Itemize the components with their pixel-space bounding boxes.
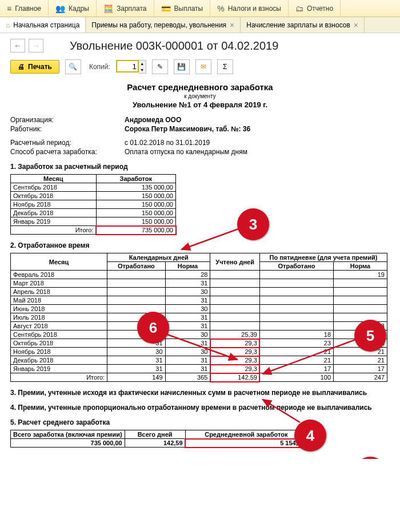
- table-total-row: Итого: 149 365 142,59 100 247: [11, 373, 387, 382]
- table-row: Сентябрь 2018135 000,00: [11, 183, 176, 192]
- copies-label: Копий:: [89, 63, 110, 71]
- chevron-up-icon[interactable]: ▲: [139, 61, 146, 67]
- emp-value: Сорока Петр Максимович, таб. №: 36: [125, 125, 250, 133]
- org-label: Организация:: [10, 116, 125, 124]
- table-row: Август 20183123: [11, 322, 387, 331]
- copies-spinner[interactable]: ▲ ▼: [139, 60, 146, 74]
- menu-taxes[interactable]: % Налоги и взносы: [210, 0, 289, 17]
- org-value: Андромеда ООО: [125, 116, 181, 124]
- preview-button[interactable]: 🔍: [65, 59, 81, 74]
- main-menu-bar: ≡ Главное 👥 Кадры 🧮 Зарплата 💳 Выплаты %…: [0, 0, 400, 17]
- section3-text: 3. Премии, учтенные исходя из фактически…: [10, 389, 390, 397]
- counted-total-cell: 142,59: [210, 373, 259, 382]
- earnings-total-cell: 735 000,00: [96, 226, 175, 235]
- table-row: Октябрь 2018313129,32323: [11, 339, 387, 348]
- table-row: Сентябрь 2018263025,391820: [11, 331, 387, 339]
- menu-reports[interactable]: 🗂 Отчетно: [289, 0, 341, 17]
- report-subtitle2: Увольнение №1 от 4 февраля 2019 г.: [10, 100, 390, 109]
- table-row: Июнь 201830: [11, 305, 387, 313]
- table-row: Февраль 20182819: [11, 271, 387, 279]
- period-label: Расчетный период:: [10, 139, 125, 147]
- save-button[interactable]: 💾: [174, 59, 190, 74]
- table-row: Октябрь 2018150 000,00: [11, 192, 176, 200]
- method-label: Способ расчета заработка:: [10, 148, 125, 156]
- col-cal-worked: Отработано: [107, 262, 165, 271]
- table-row: Май 201831: [11, 296, 387, 305]
- time-table: Месяц Календарных дней Учтено дней По пя…: [10, 253, 387, 382]
- table-row: Март 201831: [11, 279, 387, 288]
- table-total-row: Итого: 735 000,00: [11, 226, 176, 235]
- menu-label: Главное: [15, 5, 41, 13]
- menu-label: Отчетно: [307, 5, 333, 13]
- table-row: Июль 201831: [11, 313, 387, 322]
- toolbar: 🖨 Печать 🔍 Копий: ▲ ▼ ✎ 💾 ✉ Σ: [10, 59, 390, 74]
- menu-hr[interactable]: 👥 Кадры: [49, 0, 97, 17]
- envelope-icon: ✉: [201, 63, 206, 71]
- people-icon: 👥: [55, 4, 65, 13]
- print-button[interactable]: 🖨 Печать: [10, 60, 59, 74]
- diskette-icon: 💾: [177, 63, 186, 71]
- table-row: Ноябрь 2018150 000,00: [11, 200, 176, 209]
- menu-salary[interactable]: 🧮 Зарплата: [97, 0, 154, 17]
- report-subtitle1: к документу: [10, 93, 390, 99]
- col-cal-norm: Норма: [165, 262, 210, 271]
- tab-bar: ⌂ Начальная страница Приемы на работу, п…: [0, 17, 400, 33]
- edit-button[interactable]: ✎: [152, 59, 168, 74]
- tab-label: Начальная страница: [13, 21, 79, 29]
- report-body: Расчет среднедневного заработка к докуме…: [10, 82, 390, 448]
- callout-6: 6: [137, 312, 169, 344]
- chevron-down-icon[interactable]: ▼: [139, 67, 146, 73]
- menu-label: Налоги и взносы: [228, 5, 281, 13]
- page-title: Увольнение 003К-000001 от 04.02.2019: [70, 39, 278, 53]
- forward-button[interactable]: →: [29, 39, 43, 53]
- tab-label: Приемы на работу, переводы, увольнения: [91, 21, 226, 29]
- card-icon: 💳: [161, 4, 171, 13]
- menu-label: Выплаты: [174, 5, 203, 13]
- files-icon: 🗂: [295, 4, 303, 13]
- tab-label: Начисление зарплаты и взносов: [246, 21, 350, 29]
- copies-input[interactable]: [116, 60, 139, 72]
- col-month: Месяц: [11, 175, 97, 183]
- table-row: Январь 2019313129,31717: [11, 365, 387, 373]
- callout-3: 3: [237, 208, 269, 240]
- table-row: Апрель 201830: [11, 288, 387, 296]
- printer-icon: 🖨: [18, 63, 25, 71]
- callout-5: 5: [354, 320, 386, 352]
- table-row: Декабрь 2018150 000,00: [11, 209, 176, 217]
- magnifier-icon: 🔍: [69, 63, 77, 71]
- print-label: Печать: [28, 63, 52, 71]
- menu-label: Кадры: [69, 5, 89, 13]
- menu-payments[interactable]: 💳 Выплаты: [154, 0, 211, 17]
- menu-icon: ≡: [7, 4, 11, 13]
- col-counted: Учтено дней: [210, 253, 259, 271]
- col-earnings: Заработок: [96, 175, 175, 183]
- col-five-worked: Отработано: [259, 262, 333, 271]
- calculator-icon: 🧮: [103, 4, 113, 13]
- section2-title: 2. Отработанное время: [10, 241, 390, 249]
- table-row: Декабрь 2018313129,32121: [11, 356, 387, 365]
- table-row: Январь 2019150 000,00: [11, 217, 176, 226]
- close-icon[interactable]: ×: [230, 21, 234, 30]
- section1-title: 1. Заработок за расчетный период: [10, 163, 390, 171]
- period-value: с 01.02.2018 по 31.01.2019: [125, 139, 210, 147]
- close-icon[interactable]: ×: [354, 21, 358, 30]
- sum-button[interactable]: Σ: [217, 59, 233, 74]
- back-button[interactable]: ←: [10, 39, 25, 53]
- earnings-table: Месяц Заработок Сентябрь 2018135 000,00 …: [10, 174, 176, 235]
- tab-payroll[interactable]: Начисление зарплаты и взносов ×: [241, 17, 365, 33]
- col-total-earn: Всего заработка (включая премии): [11, 430, 125, 439]
- avg-daily-cell: 5 154,64: [185, 439, 307, 448]
- menu-main[interactable]: ≡ Главное: [0, 0, 49, 17]
- callout-4: 4: [294, 420, 326, 452]
- col-five-norm: Норма: [334, 262, 387, 271]
- email-button[interactable]: ✉: [195, 59, 211, 74]
- menu-label: Зарплата: [117, 5, 147, 13]
- section5-title: 5. Расчет среднего заработка: [10, 418, 390, 426]
- table-row: 735 000,00 142,59 5 154,64: [11, 439, 307, 448]
- tab-home[interactable]: ⌂ Начальная страница: [0, 17, 86, 33]
- average-table: Всего заработка (включая премии) Всего д…: [10, 430, 307, 448]
- edit-icon: ✎: [157, 63, 163, 71]
- tab-hires[interactable]: Приемы на работу, переводы, увольнения ×: [86, 17, 241, 33]
- sigma-icon: Σ: [223, 63, 227, 71]
- report-title: Расчет среднедневного заработка: [10, 82, 390, 92]
